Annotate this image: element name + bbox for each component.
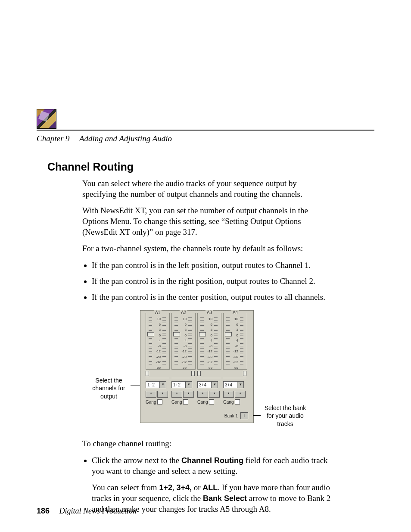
pan-slider[interactable] [171, 373, 195, 378]
db-scale: 10630-4-8-12-20-32-oo [179, 317, 187, 370]
body-paragraph: With NewsEdit XT, you can set the number… [82, 205, 332, 237]
channel-routing-select[interactable]: 3+4 ▾ [197, 381, 218, 388]
fader-slider[interactable] [149, 317, 152, 366]
pan-slider[interactable] [197, 373, 221, 378]
page-footer: 186 Digital News Production [37, 507, 137, 516]
dropdown-arrow-icon: ▾ [185, 382, 192, 388]
route-value: 1+2 [147, 383, 155, 387]
channel-routing-select[interactable]: 3+4 ▾ [223, 381, 244, 388]
chapter-icon [37, 109, 56, 129]
bank-label: Bank 1 [224, 414, 238, 418]
channel-group-a3: A3 10630-4-8-12-20-32-oo [197, 313, 221, 370]
gang-label: Gang [171, 400, 182, 404]
body-paragraph: For a two-channel system, the channels r… [82, 243, 332, 254]
level-meter [214, 317, 218, 366]
header-rule [37, 130, 374, 131]
channel-group-a2: A2 10630-4-8-12-20-32-oo [171, 313, 196, 370]
book-title: Digital News Production [59, 507, 137, 515]
gang-row: Gang Gang Gang Gang [146, 399, 248, 406]
route-value: 1+2 [173, 383, 181, 387]
route-row: 1+2 ▾ 1+2 ▾ 3+4 ▾ 3+4 ▾ [146, 381, 248, 390]
bank-select-button[interactable]: ↓ [240, 412, 248, 419]
solo-button[interactable]: • [235, 391, 246, 398]
page-number: 186 [37, 507, 50, 515]
pan-slider[interactable] [223, 373, 246, 378]
dropdown-arrow-icon: ▾ [237, 382, 243, 388]
step-list: Click the arrow next to the Channel Rout… [82, 455, 332, 514]
channel-label: A4 [231, 310, 239, 315]
fader-slider[interactable] [200, 317, 204, 366]
annotation-left: Select the channels for output [88, 376, 129, 400]
chapter-title: Adding and Adjusting Audio [79, 134, 172, 143]
bank-select-row: Bank 1 ↓ [224, 412, 248, 419]
route-value: 3+4 [225, 383, 232, 387]
channel-label: A2 [180, 310, 187, 315]
channel-routing-select[interactable]: 1+2 ▾ [146, 381, 166, 388]
level-meter [188, 317, 192, 366]
chapter-line: Chapter 9 Adding and Adjusting Audio [37, 134, 374, 143]
db-scale: 10630-4-8-12-20-32-oo [153, 317, 161, 370]
route-value: 3+4 [199, 383, 206, 387]
channel-routing-select[interactable]: 1+2 ▾ [171, 381, 192, 388]
channel-label: A3 [206, 310, 213, 315]
mixer-figure: Select the channels for output A1 10630-… [71, 310, 364, 431]
gang-checkbox[interactable] [183, 399, 188, 404]
bullet-item: If the pan control is in the right posit… [92, 276, 332, 287]
chapter-number: Chapter 9 [37, 134, 70, 143]
body-paragraph: To change channel routing: [82, 439, 332, 449]
dropdown-arrow-icon: ▾ [211, 382, 218, 388]
pan-row [146, 373, 248, 380]
mute-solo-row: • • • • • • • • [146, 391, 248, 398]
solo-button[interactable]: • [157, 391, 168, 398]
gang-checkbox[interactable] [157, 399, 162, 404]
channel-group-a1: A1 10630-4-8-12-20-32-oo [146, 313, 170, 370]
fader-slider[interactable] [226, 317, 230, 366]
channel-label: A1 [154, 310, 162, 315]
solo-button[interactable]: • [183, 391, 194, 398]
solo-button[interactable]: • [209, 391, 220, 398]
channel-group-a4: A4 10630-4-8-12-20-32-oo [223, 313, 247, 370]
annotation-right: Select the bank for your audio tracks [262, 404, 309, 428]
mute-button[interactable]: • [146, 391, 156, 398]
db-scale: 10630-4-8-12-20-32-oo [230, 317, 238, 370]
mute-button[interactable]: • [223, 391, 234, 398]
db-scale: 10630-4-8-12-20-32-oo [205, 317, 212, 370]
level-meter [240, 317, 243, 366]
mute-button[interactable]: • [197, 391, 208, 398]
annotation-right-line [253, 415, 261, 416]
gang-label: Gang [223, 400, 234, 404]
gang-label: Gang [197, 400, 208, 404]
mixer-panel: A1 10630-4-8-12-20-32-oo A2 10630-4-8-12… [140, 310, 254, 423]
dropdown-arrow-icon: ▾ [159, 382, 166, 388]
body-paragraph: You can select where the audio tracks of… [82, 178, 332, 199]
section-title: Channel Routing [47, 161, 374, 173]
bullet-item: If the pan control is in the left positi… [92, 260, 332, 271]
gang-checkbox[interactable] [235, 399, 240, 404]
gang-label: Gang [146, 400, 156, 404]
level-meter [162, 317, 166, 366]
fader-slider[interactable] [174, 317, 178, 366]
bullet-list: If the pan control is in the left positi… [82, 260, 332, 302]
mute-button[interactable]: • [171, 391, 182, 398]
gang-checkbox[interactable] [209, 399, 214, 404]
pan-slider[interactable] [146, 373, 169, 378]
step-item: Click the arrow next to the Channel Rout… [92, 455, 332, 514]
bullet-item: If the pan control is in the center posi… [92, 292, 332, 303]
bold-term: Channel Routing [181, 456, 243, 465]
